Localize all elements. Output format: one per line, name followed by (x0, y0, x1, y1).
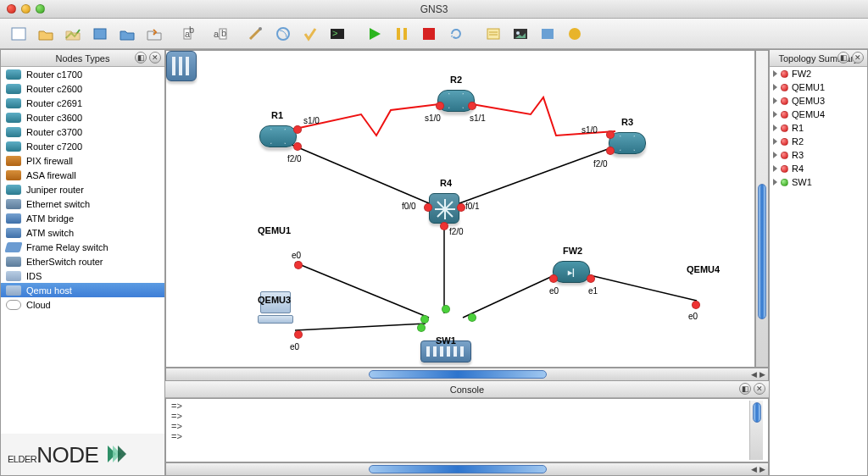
node-type-item[interactable]: ATM bridge (1, 211, 164, 225)
expand-icon[interactable] (773, 125, 777, 131)
canvas-horizontal-scrollbar[interactable]: ◀ ▶ (165, 368, 769, 381)
nodes-list[interactable]: Router c1700Router c2600Router c2691Rout… (1, 67, 164, 434)
show-hostnames-button[interactable]: ab (180, 22, 203, 46)
summary-item[interactable]: QEMU3 (770, 94, 867, 108)
device-r4[interactable] (429, 193, 459, 224)
if-label: e0 (688, 312, 698, 321)
console-line: => (171, 411, 749, 421)
expand-icon[interactable] (773, 111, 777, 118)
node-type-item[interactable]: Juniper router (1, 182, 164, 196)
snapshot-button[interactable] (142, 22, 166, 46)
node-type-item[interactable]: Router c1700 (1, 67, 164, 81)
expand-icon[interactable] (773, 97, 777, 104)
console-vertical-scrollbar[interactable] (749, 401, 763, 460)
scroll-arrows[interactable]: ◀ ▶ (748, 370, 768, 379)
summary-item[interactable]: R1 (770, 121, 867, 135)
svg-point-17 (516, 31, 520, 35)
summary-item[interactable]: FW2 (770, 67, 867, 80)
expand-icon[interactable] (773, 165, 777, 172)
console-panel-header: Console ◧ ✕ (165, 381, 769, 398)
summary-item[interactable]: R3 (770, 148, 867, 162)
svg-rect-0 (12, 28, 25, 40)
save-project-button[interactable] (61, 22, 85, 46)
node-type-item[interactable]: Router c7200 (1, 139, 164, 153)
node-type-item[interactable]: ATM switch (1, 225, 164, 240)
expand-icon[interactable] (773, 84, 777, 91)
insert-image-button[interactable] (509, 22, 532, 46)
summary-label: QEMU4 (792, 109, 825, 119)
save-as-button[interactable] (88, 22, 112, 46)
console-button[interactable]: > (326, 22, 349, 46)
expand-icon[interactable] (773, 138, 777, 145)
label-qemu4: QEMU4 (687, 264, 720, 274)
expand-icon[interactable] (773, 70, 777, 77)
svg-line-26 (590, 275, 697, 301)
export-button[interactable] (115, 22, 139, 46)
summary-item[interactable]: QEMU1 (770, 80, 867, 94)
close-icon[interactable]: ✕ (852, 52, 864, 64)
undock-icon[interactable]: ◧ (837, 52, 849, 64)
topology-summary-list[interactable]: FW2QEMU1QEMU3QEMU4R1R2R3R4SW1 (770, 67, 867, 475)
undock-icon[interactable]: ◧ (135, 52, 147, 64)
node-type-icon (4, 242, 22, 252)
start-all-button[interactable] (363, 22, 387, 46)
eldernode-watermark: ELDERNODE (1, 434, 164, 475)
label-r4: R4 (440, 178, 452, 188)
node-type-label: Router c7200 (26, 141, 82, 152)
console-line: => (171, 401, 749, 411)
summary-item[interactable]: R4 (770, 162, 867, 175)
scroll-arrows[interactable]: ◀ ▶ (748, 465, 768, 473)
draw-rectangle-button[interactable] (536, 22, 559, 46)
topology-canvas[interactable]: R2 s1/0 s1/1 R1 s1/0 f2/0 R3 s1/0 f2/0 (165, 50, 755, 368)
node-type-item[interactable]: Ethernet switch (1, 196, 164, 211)
draw-ellipse-button[interactable] (563, 22, 587, 46)
node-type-item[interactable]: Router c2600 (1, 81, 164, 96)
device-r1[interactable] (259, 125, 297, 147)
if-label: e0 (290, 342, 299, 351)
node-type-item[interactable]: Frame Relay switch (1, 240, 164, 254)
device-fw2[interactable]: ▸| (553, 261, 590, 283)
node-type-item[interactable]: Cloud (1, 297, 164, 312)
close-icon[interactable]: ✕ (754, 383, 765, 395)
add-note-button[interactable] (481, 22, 505, 46)
reload-all-button[interactable] (444, 22, 468, 46)
summary-label: FW2 (792, 69, 811, 79)
svg-text:a: a (214, 29, 220, 39)
stop-all-button[interactable] (417, 22, 441, 46)
node-type-item[interactable]: Qemu host (1, 283, 164, 297)
node-type-label: EtherSwitch router (26, 257, 103, 267)
if-label: f2/0 (287, 154, 302, 163)
status-dot (781, 97, 788, 105)
open-project-button[interactable] (34, 22, 58, 46)
add-link-button[interactable] (244, 22, 268, 46)
node-type-item[interactable]: EtherSwitch router (1, 254, 164, 268)
node-type-item[interactable]: Router c3600 (1, 110, 164, 125)
summary-item[interactable]: QEMU4 (770, 108, 867, 121)
node-type-item[interactable]: IDS (1, 268, 164, 283)
node-type-label: Router c3600 (26, 113, 82, 123)
node-type-icon (6, 300, 21, 310)
canvas-vertical-scrollbar[interactable] (755, 50, 769, 368)
new-project-button[interactable] (7, 22, 31, 46)
idle-pc-button[interactable] (298, 22, 322, 46)
expand-icon[interactable] (773, 152, 777, 158)
summary-item[interactable]: SW1 (770, 175, 867, 189)
if-label: f0/1 (465, 202, 480, 211)
show-interface-labels-button[interactable]: ab (207, 22, 231, 46)
node-type-item[interactable]: PIX firewall (1, 153, 164, 168)
node-type-item[interactable]: Router c2691 (1, 96, 164, 110)
device-r4[interactable] (166, 51, 197, 81)
telnet-all-button[interactable] (271, 22, 295, 46)
label-fw2: FW2 (563, 246, 582, 256)
label-qemu3: QEMU3 (258, 295, 291, 305)
summary-item[interactable]: R2 (770, 135, 867, 148)
expand-icon[interactable] (773, 179, 777, 185)
node-type-item[interactable]: Router c3700 (1, 125, 164, 139)
console-output[interactable]: => => => => (165, 398, 769, 462)
undock-icon[interactable]: ◧ (739, 383, 751, 395)
console-horizontal-scrollbar[interactable]: ◀ ▶ (165, 462, 769, 476)
node-type-label: Router c1700 (26, 69, 82, 80)
close-icon[interactable]: ✕ (149, 52, 161, 64)
pause-all-button[interactable] (390, 22, 414, 46)
node-type-item[interactable]: ASA firewall (1, 168, 164, 182)
